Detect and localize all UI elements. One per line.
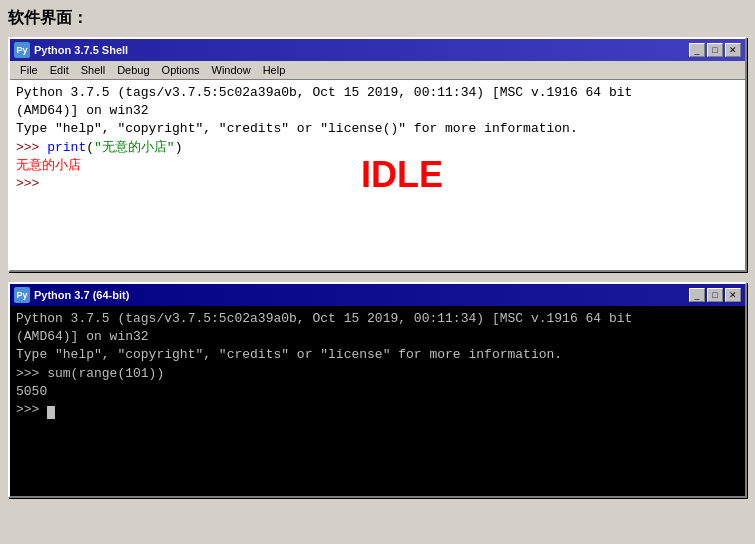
idle-window: Py Python 3.7.5 Shell _ □ ✕ File Edit Sh… (8, 37, 747, 272)
idle-paren-open: ( (86, 140, 94, 155)
idle-paren-close: ) (175, 140, 183, 155)
idle-line-1: Python 3.7.5 (tags/v3.7.5:5c02a39a0b, Oc… (16, 84, 739, 102)
idle-watermark: IDLE (361, 154, 443, 196)
menu-edit[interactable]: Edit (44, 63, 75, 77)
idle-prompt-1: >>> (16, 140, 47, 155)
page-label: 软件界面： (8, 8, 747, 29)
idle-maximize-button[interactable]: □ (707, 43, 723, 57)
menu-shell[interactable]: Shell (75, 63, 111, 77)
cmd-cursor-line: >>> (16, 401, 739, 419)
cmd-title-text: Python 3.7 (64-bit) (34, 289, 129, 301)
idle-string: "无意的小店" (94, 140, 175, 155)
cmd-shell-content: Python 3.7.5 (tags/v3.7.5:5c02a39a0b, Oc… (10, 306, 745, 496)
idle-line-2: (AMD64)] on win32 (16, 102, 739, 120)
cmd-line-1: Python 3.7.5 (tags/v3.7.5:5c02a39a0b, Oc… (16, 310, 739, 328)
idle-shell-content: Python 3.7.5 (tags/v3.7.5:5c02a39a0b, Oc… (10, 80, 745, 270)
cmd-title-buttons[interactable]: _ □ ✕ (689, 288, 741, 302)
cmd-window: Py Python 3.7 (64-bit) _ □ ✕ Python 3.7.… (8, 282, 747, 498)
idle-code-print: print (47, 140, 86, 155)
menu-debug[interactable]: Debug (111, 63, 155, 77)
cmd-title-left: Py Python 3.7 (64-bit) (14, 287, 129, 303)
idle-menu-bar: File Edit Shell Debug Options Window Hel… (10, 61, 745, 80)
cmd-app-icon: Py (14, 287, 30, 303)
cmd-output: 5050 (16, 383, 739, 401)
cmd-line-2: (AMD64)] on win32 (16, 328, 739, 346)
menu-options[interactable]: Options (156, 63, 206, 77)
cmd-close-button[interactable]: ✕ (725, 288, 741, 302)
cmd-line-3: Type "help", "copyright", "credits" or "… (16, 346, 739, 364)
idle-title-bar: Py Python 3.7.5 Shell _ □ ✕ (10, 39, 745, 61)
idle-app-icon: Py (14, 42, 30, 58)
menu-file[interactable]: File (14, 63, 44, 77)
menu-window[interactable]: Window (206, 63, 257, 77)
idle-prompt-2: >>> (16, 176, 39, 191)
cmd-minimize-button[interactable]: _ (689, 288, 705, 302)
cmd-cursor (47, 406, 55, 419)
idle-minimize-button[interactable]: _ (689, 43, 705, 57)
menu-help[interactable]: Help (257, 63, 292, 77)
idle-line-3: Type "help", "copyright", "credits" or "… (16, 120, 739, 138)
idle-title-left: Py Python 3.7.5 Shell (14, 42, 128, 58)
idle-title-buttons[interactable]: _ □ ✕ (689, 43, 741, 57)
cmd-title-bar: Py Python 3.7 (64-bit) _ □ ✕ (10, 284, 745, 306)
cmd-maximize-button[interactable]: □ (707, 288, 723, 302)
idle-close-button[interactable]: ✕ (725, 43, 741, 57)
cmd-line-4: >>> sum(range(101)) (16, 365, 739, 383)
idle-title-text: Python 3.7.5 Shell (34, 44, 128, 56)
